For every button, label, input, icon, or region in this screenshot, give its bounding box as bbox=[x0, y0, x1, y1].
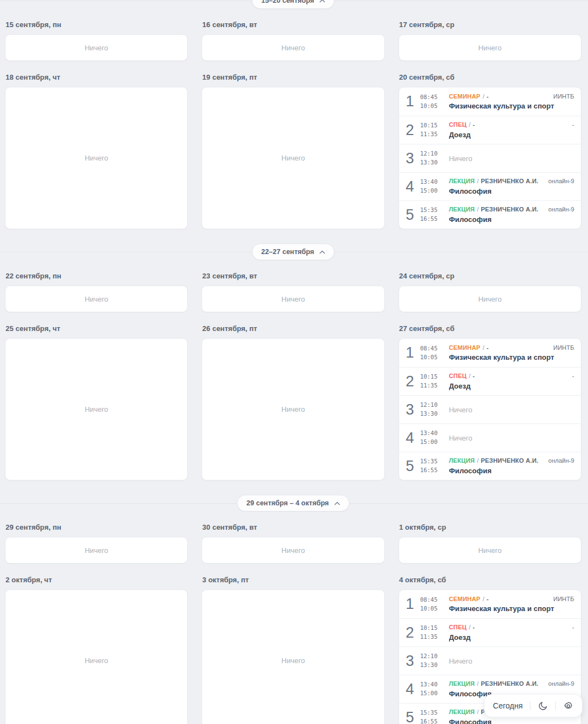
day-cell: 17 сентября, ср Ничего bbox=[399, 20, 581, 61]
day-date: 17 сентября, ср bbox=[399, 20, 581, 29]
week-collapse-button[interactable]: 29 сентября – 4 октября bbox=[237, 495, 349, 511]
lesson-time: 12:10 13:30 bbox=[420, 149, 443, 167]
lesson-time: 10:15 11:35 bbox=[420, 121, 443, 139]
lesson-separator: / bbox=[469, 624, 471, 631]
settings-gear-icon bbox=[563, 701, 574, 711]
lesson-body: ЛЕКЦИЯ / РЕЗНИЧЕНКО А.И. онлайн-9 Филосо… bbox=[449, 206, 574, 223]
day-date: 27 сентября, сб bbox=[399, 324, 581, 333]
lesson-number: 2 bbox=[406, 123, 416, 138]
week-label: 22–27 сентября bbox=[261, 248, 314, 256]
empty-label: Ничего bbox=[281, 546, 305, 555]
lesson-time: 10:15 11:35 bbox=[420, 624, 443, 642]
lesson-body: СПЕЦ / - - Доезд bbox=[449, 373, 574, 390]
lesson-row[interactable]: 2 10:15 11:35 СПЕЦ / - - Доезд bbox=[399, 116, 581, 144]
lesson-row[interactable]: 2 10:15 11:35 СПЕЦ / - - Доезд bbox=[399, 618, 581, 647]
lesson-start-time: 13:40 bbox=[420, 178, 443, 187]
lesson-number: 3 bbox=[406, 151, 416, 166]
lesson-number: 3 bbox=[406, 654, 416, 669]
lesson-row-empty[interactable]: 3 12:10 13:30 Ничего bbox=[399, 647, 581, 675]
lesson-type-badge: СЕМИНАР bbox=[449, 93, 481, 100]
lesson-body: СЕМИНАР / - ИИНТБ Физическая культура и … bbox=[449, 344, 574, 361]
fab-divider bbox=[555, 701, 556, 710]
lesson-type-badge: ЛЕКЦИЯ bbox=[449, 206, 475, 213]
day-date: 20 сентября, сб bbox=[399, 73, 581, 81]
lesson-meta: ЛЕКЦИЯ / РЕЗНИЧЕНКО А.И. онлайн-9 bbox=[449, 178, 574, 185]
lesson-type-badge: СПЕЦ bbox=[449, 624, 467, 631]
today-button[interactable]: Сегодня bbox=[493, 701, 523, 710]
lesson-separator: / bbox=[483, 93, 484, 100]
lesson-start-time: 13:40 bbox=[420, 680, 443, 689]
lesson-teacher: РЕЗНИЧЕНКО А.И. bbox=[481, 178, 539, 185]
lesson-body: ЛЕКЦИЯ / РЕЗНИЧЕНКО А.И. онлайн-9 Филосо… bbox=[449, 457, 574, 474]
lesson-time: 13:40 15:00 bbox=[420, 178, 443, 195]
lesson-body: СЕМИНАР / - ИИНТБ Физическая культура и … bbox=[449, 596, 574, 613]
empty-label: Ничего bbox=[478, 44, 502, 52]
lesson-row[interactable]: 1 08:45 10:05 СЕМИНАР / - ИИНТБ Физическ… bbox=[399, 339, 581, 367]
day-date: 1 октября, ср bbox=[399, 523, 581, 531]
lesson-teacher: - bbox=[473, 624, 475, 631]
lesson-start-time: 12:10 bbox=[420, 149, 443, 158]
lesson-type-badge: СЕМИНАР bbox=[449, 596, 481, 603]
day-cell: 16 сентября, вт Ничего bbox=[202, 20, 384, 61]
lesson-title: Философия bbox=[449, 187, 574, 195]
lesson-row[interactable]: 1 08:45 10:05 СЕМИНАР / - ИИНТБ Физическ… bbox=[399, 87, 581, 116]
day-cell: 22 сентября, пн Ничего bbox=[5, 272, 188, 312]
day-card: Ничего bbox=[5, 87, 188, 229]
lesson-title: Доезд bbox=[449, 633, 574, 642]
lesson-row[interactable]: 4 13:40 15:00 ЛЕКЦИЯ / РЕЗНИЧЕНКО А.И. о… bbox=[399, 172, 581, 200]
lesson-location: онлайн-9 bbox=[544, 680, 574, 687]
empty-label: Ничего bbox=[85, 44, 108, 52]
day-card: Ничего bbox=[202, 286, 384, 312]
floating-action-bar: Сегодня bbox=[484, 694, 582, 717]
lesson-row-empty[interactable]: 3 12:10 13:30 Ничего bbox=[399, 144, 581, 172]
empty-label: Ничего bbox=[281, 295, 305, 303]
week-header: 29 сентября – 4 октября bbox=[5, 495, 581, 511]
day-card: Ничего bbox=[5, 286, 188, 312]
lesson-row[interactable]: 1 08:45 10:05 СЕМИНАР / - ИИНТБ Физическ… bbox=[399, 590, 581, 618]
lesson-number: 5 bbox=[406, 208, 416, 223]
lesson-meta: СЕМИНАР / - ИИНТБ bbox=[449, 596, 574, 603]
lesson-end-time: 13:30 bbox=[420, 661, 443, 670]
lesson-number: 3 bbox=[406, 402, 416, 417]
day-card: Ничего bbox=[5, 338, 188, 480]
day-card: 1 08:45 10:05 СЕМИНАР / - ИИНТБ Физическ… bbox=[399, 87, 581, 229]
day-card: Ничего bbox=[399, 286, 581, 312]
week-section: 29 сентября – 4 октября 29 сентября, пн … bbox=[5, 495, 581, 724]
dark-mode-button[interactable] bbox=[538, 701, 548, 711]
day-card: Ничего bbox=[202, 589, 384, 724]
lesson-row[interactable]: 5 15:35 16:55 ЛЕКЦИЯ / РЕЗНИЧЕНКО А.И. о… bbox=[399, 200, 581, 229]
day-date: 25 сентября, чт bbox=[6, 324, 187, 333]
lesson-separator: / bbox=[477, 178, 478, 185]
day-date: 18 сентября, чт bbox=[6, 73, 187, 81]
lesson-row-empty[interactable]: 3 12:10 13:30 Ничего bbox=[399, 395, 581, 423]
lesson-time: 13:40 15:00 bbox=[420, 429, 443, 447]
settings-button[interactable] bbox=[563, 701, 574, 711]
week-collapse-button[interactable]: 15–20 сентября bbox=[252, 0, 335, 9]
lesson-location: онлайн-9 bbox=[544, 178, 574, 185]
lesson-meta: СЕМИНАР / - ИИНТБ bbox=[449, 93, 574, 100]
lesson-separator: / bbox=[483, 596, 484, 603]
lesson-location: онлайн-9 bbox=[544, 206, 574, 213]
lesson-row-empty[interactable]: 4 13:40 15:00 Ничего bbox=[399, 423, 581, 452]
lesson-type-badge: СПЕЦ bbox=[449, 121, 467, 128]
lesson-row[interactable]: 2 10:15 11:35 СПЕЦ / - - Доезд bbox=[399, 367, 581, 395]
lesson-meta: ЛЕКЦИЯ / РЕЗНИЧЕНКО А.И. онлайн-9 bbox=[449, 457, 574, 464]
day-date: 19 сентября, пт bbox=[202, 73, 384, 81]
lesson-end-time: 10:05 bbox=[420, 604, 443, 613]
chevron-up-icon bbox=[319, 0, 325, 3]
lesson-row[interactable]: 5 15:35 16:55 ЛЕКЦИЯ / РЕЗНИЧЕНКО А.И. о… bbox=[399, 452, 581, 480]
lesson-meta: ЛЕКЦИЯ / РЕЗНИЧЕНКО А.И. онлайн-9 bbox=[449, 680, 574, 687]
lesson-separator: / bbox=[469, 373, 471, 380]
lesson-meta: СЕМИНАР / - ИИНТБ bbox=[449, 344, 574, 351]
lesson-start-time: 13:40 bbox=[420, 429, 443, 438]
day-cell: 29 сентября, пн Ничего bbox=[5, 523, 188, 563]
day-card: Ничего bbox=[5, 537, 188, 563]
lesson-empty-label: Ничего bbox=[449, 434, 472, 442]
day-date: 22 сентября, пн bbox=[6, 272, 187, 280]
lesson-time: 08:45 10:05 bbox=[420, 93, 443, 111]
lesson-location: ИИНТБ bbox=[549, 596, 574, 603]
week-collapse-button[interactable]: 22–27 сентября bbox=[252, 244, 335, 260]
day-cell: 3 октября, пт Ничего bbox=[202, 576, 384, 724]
lesson-number: 2 bbox=[406, 625, 416, 640]
day-card: Ничего bbox=[202, 338, 384, 480]
